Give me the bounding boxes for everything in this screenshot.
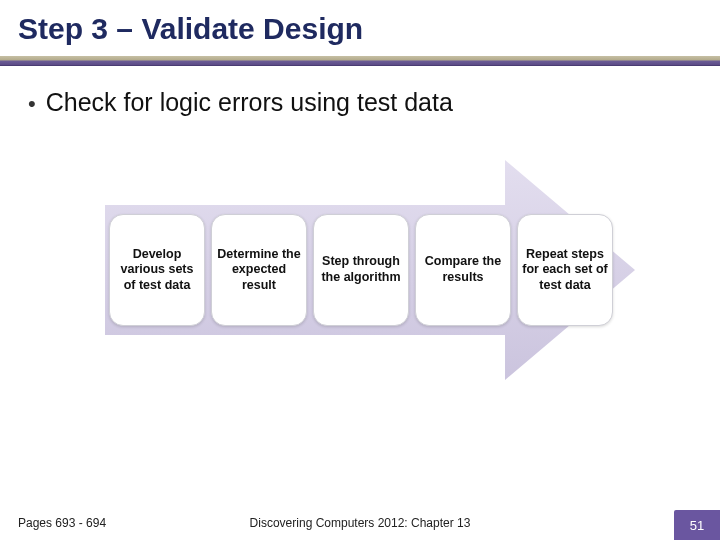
process-step: Compare the results <box>415 214 511 326</box>
process-step: Develop various sets of test data <box>109 214 205 326</box>
slide-title: Step 3 – Validate Design <box>18 12 702 46</box>
process-arrow-diagram: Develop various sets of test data Determ… <box>105 160 635 380</box>
footer-source: Discovering Computers 2012: Chapter 13 <box>0 516 720 530</box>
bullet-item: • Check for logic errors using test data <box>28 88 692 117</box>
page-number-badge: 51 <box>674 510 720 540</box>
slide-footer: Pages 693 - 694 Discovering Computers 20… <box>0 516 720 530</box>
process-step: Step through the algorithm <box>313 214 409 326</box>
title-underline <box>0 56 720 66</box>
bullet-text: Check for logic errors using test data <box>46 88 453 117</box>
bullet-marker: • <box>28 93 36 115</box>
process-step: Determine the expected result <box>211 214 307 326</box>
process-step: Repeat steps for each set of test data <box>517 214 613 326</box>
